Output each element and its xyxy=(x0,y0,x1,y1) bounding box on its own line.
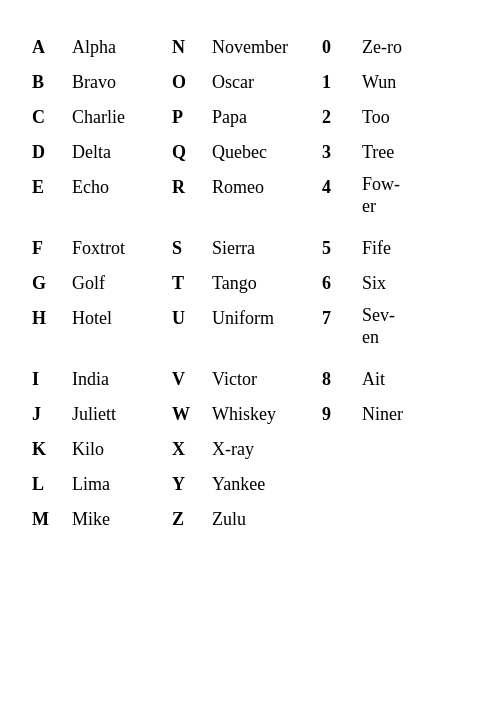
letter-col1: I xyxy=(30,362,70,397)
numword-col: Wun xyxy=(360,65,440,100)
letter-col1: B xyxy=(30,65,70,100)
letter-col2: V xyxy=(170,362,210,397)
word-col2: Romeo xyxy=(210,170,320,221)
letter-col1: M xyxy=(30,502,70,537)
letter-col1: E xyxy=(30,170,70,221)
letter-col2: N xyxy=(170,30,210,65)
letter-col2: U xyxy=(170,301,210,352)
word-col2: Sierra xyxy=(210,231,320,266)
letter-col2: X xyxy=(170,432,210,467)
alphabet-table: AAlphaNNovember0Ze-roBBravoOOscar1WunCCh… xyxy=(30,30,470,537)
word-col1: Echo xyxy=(70,170,170,221)
numword-col: Tree xyxy=(360,135,440,170)
word-col1: Juliett xyxy=(70,397,170,432)
letter-col2: W xyxy=(170,397,210,432)
spacer-row xyxy=(30,352,440,362)
word-col1: Golf xyxy=(70,266,170,301)
letter-col1: F xyxy=(30,231,70,266)
word-col1: Kilo xyxy=(70,432,170,467)
num-col: 6 xyxy=(320,266,360,301)
letter-col2: Z xyxy=(170,502,210,537)
letter-col1: A xyxy=(30,30,70,65)
word-col1: Lima xyxy=(70,467,170,502)
word-col2: Uniform xyxy=(210,301,320,352)
numword-col: Fow-er xyxy=(360,170,440,221)
letter-col2: P xyxy=(170,100,210,135)
word-col2: Oscar xyxy=(210,65,320,100)
numword-col: Ait xyxy=(360,362,440,397)
spacer-row xyxy=(30,221,440,231)
word-col1: India xyxy=(70,362,170,397)
word-col2: X-ray xyxy=(210,432,320,467)
numword-col: Niner xyxy=(360,397,440,432)
letter-col2: R xyxy=(170,170,210,221)
num-col xyxy=(320,502,360,537)
letter-col2: Q xyxy=(170,135,210,170)
numword-col: Ze-ro xyxy=(360,30,440,65)
word-col2: Yankee xyxy=(210,467,320,502)
letter-col1: C xyxy=(30,100,70,135)
letter-col1: H xyxy=(30,301,70,352)
letter-col1: L xyxy=(30,467,70,502)
numword-line2: er xyxy=(362,196,376,218)
word-col1: Alpha xyxy=(70,30,170,65)
word-col1: Hotel xyxy=(70,301,170,352)
word-col2: Tango xyxy=(210,266,320,301)
letter-col1: J xyxy=(30,397,70,432)
numword-line2: en xyxy=(362,327,379,349)
numword-col xyxy=(360,502,440,537)
num-col: 8 xyxy=(320,362,360,397)
letter-col2: T xyxy=(170,266,210,301)
letter-col1: K xyxy=(30,432,70,467)
numword-col xyxy=(360,432,440,467)
numword-col: Fife xyxy=(360,231,440,266)
num-col: 0 xyxy=(320,30,360,65)
word-col1: Bravo xyxy=(70,65,170,100)
word-col1: Charlie xyxy=(70,100,170,135)
word-col2: Whiskey xyxy=(210,397,320,432)
letter-col1: D xyxy=(30,135,70,170)
numword-line1: Fow- xyxy=(362,174,400,196)
word-col1: Foxtrot xyxy=(70,231,170,266)
word-col1: Delta xyxy=(70,135,170,170)
letter-col2: Y xyxy=(170,467,210,502)
numword-col: Too xyxy=(360,100,440,135)
letter-col1: G xyxy=(30,266,70,301)
num-col: 7 xyxy=(320,301,360,352)
num-col: 2 xyxy=(320,100,360,135)
numword-line1: Sev- xyxy=(362,305,395,327)
word-col2: November xyxy=(210,30,320,65)
word-col2: Papa xyxy=(210,100,320,135)
num-col xyxy=(320,467,360,502)
letter-col2: O xyxy=(170,65,210,100)
word-col1: Mike xyxy=(70,502,170,537)
numword-col xyxy=(360,467,440,502)
numword-col: Six xyxy=(360,266,440,301)
num-col xyxy=(320,432,360,467)
num-col: 9 xyxy=(320,397,360,432)
num-col: 5 xyxy=(320,231,360,266)
word-col2: Victor xyxy=(210,362,320,397)
num-col: 4 xyxy=(320,170,360,221)
numword-col: Sev-en xyxy=(360,301,440,352)
word-col2: Zulu xyxy=(210,502,320,537)
num-col: 1 xyxy=(320,65,360,100)
word-col2: Quebec xyxy=(210,135,320,170)
num-col: 3 xyxy=(320,135,360,170)
letter-col2: S xyxy=(170,231,210,266)
